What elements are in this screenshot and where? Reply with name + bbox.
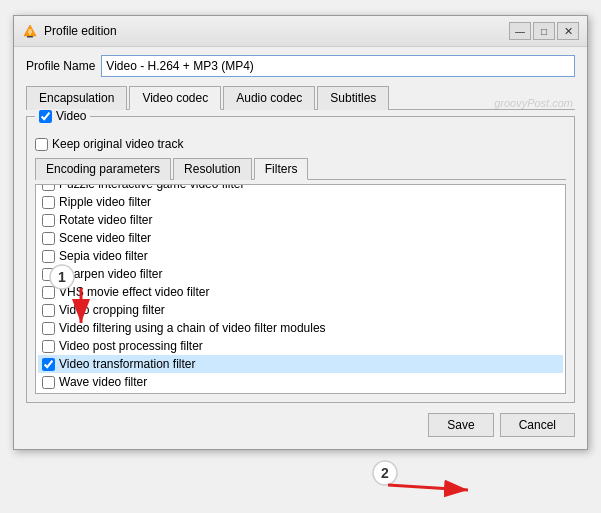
vlc-icon [22, 23, 38, 39]
filter-list-container: Psychedelic video filterPuzzle interacti… [35, 184, 566, 394]
minimize-button[interactable]: — [509, 22, 531, 40]
filter-item[interactable]: Video cropping filter [38, 301, 563, 319]
filter-item[interactable]: Video filtering using a chain of video f… [38, 319, 563, 337]
video-checkbox-label[interactable]: Video [39, 109, 86, 123]
red-arrow [383, 470, 483, 510]
tab-subtitles[interactable]: Subtitles [317, 86, 389, 110]
video-legend: Video [35, 109, 90, 123]
keep-original-row: Keep original video track [35, 137, 566, 151]
tab-audio-codec[interactable]: Audio codec [223, 86, 315, 110]
filter-label: Sepia video filter [59, 249, 148, 263]
filter-label: VHS movie effect video filter [59, 285, 210, 299]
filter-checkbox[interactable] [42, 376, 55, 389]
filter-item[interactable]: Video transformation filter [38, 355, 563, 373]
filter-checkbox[interactable] [42, 304, 55, 317]
filter-label: Rotate video filter [59, 213, 152, 227]
tab-video-codec[interactable]: Video codec [129, 86, 221, 110]
filter-item[interactable]: Sharpen video filter [38, 265, 563, 283]
filter-label: Sharpen video filter [59, 267, 162, 281]
filter-checkbox[interactable] [42, 250, 55, 263]
annotation-2: 2 [371, 459, 399, 487]
filter-checkbox[interactable] [42, 340, 55, 353]
video-group: Video Keep original video track Encoding… [26, 116, 575, 403]
main-tabs: Encapsulation Video codec Audio codec Su… [26, 85, 575, 110]
filter-item[interactable]: VHS movie effect video filter [38, 283, 563, 301]
maximize-button[interactable]: □ [533, 22, 555, 40]
svg-rect-1 [27, 36, 33, 38]
profile-name-input[interactable] [101, 55, 575, 77]
filter-label: Video transformation filter [59, 357, 196, 371]
filter-item[interactable]: Video post processing filter [38, 337, 563, 355]
tab-encoding-parameters[interactable]: Encoding parameters [35, 158, 171, 180]
filter-item[interactable]: Puzzle interactive game video filter [38, 185, 563, 193]
filter-checkbox[interactable] [42, 322, 55, 335]
close-button[interactable]: ✕ [557, 22, 579, 40]
profile-edition-window: Profile edition — □ ✕ groovyPost.com Pro… [13, 15, 588, 450]
svg-point-7 [373, 461, 397, 485]
profile-name-row: Profile Name [26, 55, 575, 77]
filter-checkbox[interactable] [42, 196, 55, 209]
title-bar-left: Profile edition [22, 23, 117, 39]
filter-checkbox[interactable] [42, 232, 55, 245]
tab-filters[interactable]: Filters [254, 158, 309, 180]
keep-original-checkbox[interactable] [35, 138, 48, 151]
video-label: Video [56, 109, 86, 123]
filter-label: Video filtering using a chain of video f… [59, 321, 326, 335]
watermark: groovyPost.com [494, 97, 573, 109]
filter-checkbox[interactable] [42, 268, 55, 281]
filter-label: Scene video filter [59, 231, 151, 245]
title-bar: Profile edition — □ ✕ [14, 16, 587, 47]
tab-resolution[interactable]: Resolution [173, 158, 252, 180]
filter-label: Wave video filter [59, 375, 147, 389]
video-checkbox[interactable] [39, 110, 52, 123]
filter-item[interactable]: Rotate video filter [38, 211, 563, 229]
filter-checkbox[interactable] [42, 185, 55, 191]
window-title: Profile edition [44, 24, 117, 38]
filter-item[interactable]: Sepia video filter [38, 247, 563, 265]
filter-item[interactable]: Scene video filter [38, 229, 563, 247]
tab-encapsulation[interactable]: Encapsulation [26, 86, 127, 110]
svg-line-10 [388, 485, 468, 490]
sub-tabs: Encoding parameters Resolution Filters [35, 157, 566, 180]
filter-label: Video cropping filter [59, 303, 165, 317]
filter-item[interactable]: Ripple video filter [38, 193, 563, 211]
filter-label: Ripple video filter [59, 195, 151, 209]
title-controls: — □ ✕ [509, 22, 579, 40]
svg-text:2: 2 [381, 465, 389, 481]
save-button[interactable]: Save [428, 413, 493, 437]
button-row: Save Cancel [26, 413, 575, 437]
filter-checkbox[interactable] [42, 286, 55, 299]
filter-item[interactable]: Wave video filter [38, 373, 563, 391]
filter-checkbox[interactable] [42, 214, 55, 227]
cancel-button[interactable]: Cancel [500, 413, 575, 437]
keep-original-text: Keep original video track [52, 137, 183, 151]
keep-original-label[interactable]: Keep original video track [35, 137, 566, 151]
filter-checkbox[interactable] [42, 358, 55, 371]
filter-label: Puzzle interactive game video filter [59, 185, 244, 191]
profile-name-label: Profile Name [26, 59, 95, 73]
filter-label: Video post processing filter [59, 339, 203, 353]
filter-list[interactable]: Psychedelic video filterPuzzle interacti… [36, 185, 565, 393]
